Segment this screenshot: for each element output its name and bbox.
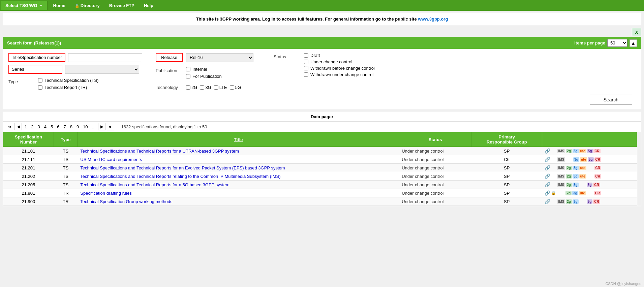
5g-tag[interactable]: 5g bbox=[587, 183, 593, 187]
chain-icon[interactable]: 🔗 bbox=[545, 165, 550, 170]
page-7[interactable]: 7 bbox=[62, 124, 67, 130]
3g-tag[interactable]: 3g bbox=[573, 149, 579, 153]
cr-tag[interactable]: CR bbox=[594, 157, 601, 162]
chain-icon[interactable]: 🔗 bbox=[545, 173, 550, 179]
nav-directory[interactable]: 🔒Directory bbox=[70, 1, 104, 10]
tech-3g[interactable]: 3G bbox=[200, 85, 211, 90]
spec-title[interactable]: Technical Specifications and Technical R… bbox=[78, 172, 399, 181]
cr-tag[interactable]: CR bbox=[593, 199, 600, 204]
collapse-button[interactable]: ▲ bbox=[630, 39, 637, 47]
lte-tag[interactable]: ute bbox=[579, 149, 586, 153]
page-4[interactable]: 4 bbox=[43, 124, 48, 130]
banner-link[interactable]: www.3gpp.org bbox=[418, 17, 448, 22]
2g-tag[interactable]: 2g bbox=[565, 191, 572, 195]
tech-5g[interactable]: 5G bbox=[230, 85, 241, 90]
3g-tag[interactable]: 3g bbox=[573, 199, 579, 204]
type-ts[interactable]: Technical Specification (TS) bbox=[38, 78, 98, 83]
lte-tag[interactable]: ute bbox=[580, 157, 587, 162]
pub-for-publication-checkbox[interactable] bbox=[186, 74, 190, 78]
3g-tag[interactable]: 3g bbox=[573, 174, 579, 179]
lte-tag[interactable]: ute bbox=[579, 166, 586, 170]
tech-3g-checkbox[interactable] bbox=[200, 85, 204, 90]
cr-tag[interactable]: CR bbox=[593, 149, 600, 153]
pub-for-publication[interactable]: For Publication bbox=[186, 74, 222, 79]
ims-tag[interactable]: IMS bbox=[557, 174, 565, 179]
3g-tag[interactable]: 3g bbox=[573, 166, 579, 170]
tech-lte[interactable]: LTE bbox=[214, 85, 227, 90]
col-title[interactable]: Title bbox=[78, 132, 399, 147]
3g-tag[interactable]: 3g bbox=[573, 183, 579, 187]
page-10[interactable]: 10 bbox=[82, 124, 89, 130]
2g-tag[interactable]: 2g bbox=[566, 149, 572, 153]
spec-title[interactable]: Technical Specification Group working me… bbox=[78, 197, 399, 206]
release-select[interactable]: Rel-15 Rel-16 Rel-17 Rel-18 bbox=[186, 53, 253, 62]
chain-icon[interactable]: 🔗 bbox=[545, 148, 550, 154]
select-tsg-button[interactable]: Select TSG/WG ▼ bbox=[1, 1, 47, 10]
ims-tag[interactable]: IMS bbox=[557, 149, 565, 153]
type-tr-checkbox[interactable] bbox=[38, 85, 42, 90]
lte-tag[interactable]: ute bbox=[579, 191, 586, 195]
excel-export-button[interactable]: X bbox=[632, 28, 641, 36]
status-withdrawn-under[interactable]: Withdrawn under change control bbox=[304, 72, 375, 77]
pager-last-button[interactable]: ⏭ bbox=[107, 123, 114, 130]
cr-tag[interactable]: CR bbox=[594, 166, 601, 170]
page-6[interactable]: 6 bbox=[56, 124, 61, 130]
chain-icon[interactable]: 🔗 bbox=[545, 157, 550, 162]
page-5[interactable]: 5 bbox=[49, 124, 54, 130]
status-under-change-control[interactable]: Under change control bbox=[304, 59, 375, 64]
series-select[interactable] bbox=[65, 65, 139, 74]
status-draft[interactable]: Draft bbox=[304, 53, 375, 58]
pager-first-button[interactable]: ⏮ bbox=[6, 123, 13, 130]
status-withdrawn-before[interactable]: Withdrawn before change control bbox=[304, 66, 375, 71]
tech-2g[interactable]: 2G bbox=[186, 85, 197, 90]
page-1[interactable]: 1 bbox=[23, 124, 28, 130]
5g-tag[interactable]: 5g bbox=[588, 157, 594, 162]
cr-tag[interactable]: CR bbox=[594, 174, 601, 179]
chain-icon[interactable]: 🔗 bbox=[545, 190, 550, 196]
spec-title[interactable]: Specification drafting rules bbox=[78, 189, 399, 197]
page-9[interactable]: 9 bbox=[75, 124, 80, 130]
ims-tag[interactable]: IMS bbox=[557, 199, 565, 204]
2g-tag[interactable]: 2g bbox=[566, 183, 572, 187]
ims-tag[interactable]: IMS bbox=[557, 157, 565, 162]
ims-tag[interactable]: IMS bbox=[557, 183, 565, 187]
status-withdrawn-before-checkbox[interactable] bbox=[304, 66, 308, 70]
spec-title[interactable]: USIM and IC card requirements bbox=[78, 155, 399, 164]
vertical-scrollbar[interactable] bbox=[637, 132, 641, 206]
spec-title[interactable]: Technical Specifications and Technical R… bbox=[78, 147, 399, 155]
pager-prev-button[interactable]: ◀ bbox=[14, 123, 22, 130]
nav-help[interactable]: Help bbox=[139, 1, 158, 10]
status-under-change-control-checkbox[interactable] bbox=[304, 60, 308, 64]
chain-icon[interactable]: 🔗 bbox=[545, 199, 550, 204]
status-draft-checkbox[interactable] bbox=[304, 53, 308, 58]
chain-icon[interactable]: 🔗 bbox=[545, 182, 550, 187]
2g-tag[interactable]: 2g bbox=[566, 174, 572, 179]
type-tr[interactable]: Technical Report (TR) bbox=[38, 85, 98, 90]
pager-next-button[interactable]: ▶ bbox=[98, 123, 105, 130]
page-2[interactable]: 2 bbox=[30, 124, 35, 130]
2g-tag[interactable]: 2g bbox=[566, 166, 572, 170]
nav-browse-ftp[interactable]: Browse FTP bbox=[104, 1, 139, 10]
cr-tag[interactable]: CR bbox=[593, 183, 600, 187]
type-ts-checkbox[interactable] bbox=[38, 78, 42, 83]
tech-5g-checkbox[interactable] bbox=[230, 85, 234, 90]
title-spec-input[interactable] bbox=[68, 53, 142, 62]
5g-tag[interactable]: 5g bbox=[587, 149, 593, 153]
3g-tag[interactable]: 3g bbox=[572, 191, 578, 195]
pub-internal[interactable]: Internal bbox=[186, 67, 222, 72]
5g-tag[interactable]: 5g bbox=[587, 199, 593, 204]
tech-2g-checkbox[interactable] bbox=[186, 85, 190, 90]
spec-title[interactable]: Technical Specifications and Technical R… bbox=[78, 181, 399, 189]
tech-lte-checkbox[interactable] bbox=[214, 85, 218, 90]
page-3[interactable]: 3 bbox=[36, 124, 41, 130]
search-button[interactable]: Search bbox=[590, 95, 632, 105]
items-per-page-select[interactable]: 10 25 50 100 200 bbox=[607, 39, 627, 47]
page-8[interactable]: 8 bbox=[69, 124, 74, 130]
pub-internal-checkbox[interactable] bbox=[186, 67, 190, 71]
3g-tag[interactable]: 3g bbox=[573, 157, 579, 162]
ims-tag[interactable]: IMS bbox=[557, 166, 565, 170]
spec-title[interactable]: Technical Specifications and Technical R… bbox=[78, 164, 399, 172]
nav-home[interactable]: Home bbox=[49, 1, 70, 10]
status-withdrawn-under-checkbox[interactable] bbox=[304, 72, 308, 77]
cr-tag[interactable]: CR bbox=[594, 191, 601, 195]
